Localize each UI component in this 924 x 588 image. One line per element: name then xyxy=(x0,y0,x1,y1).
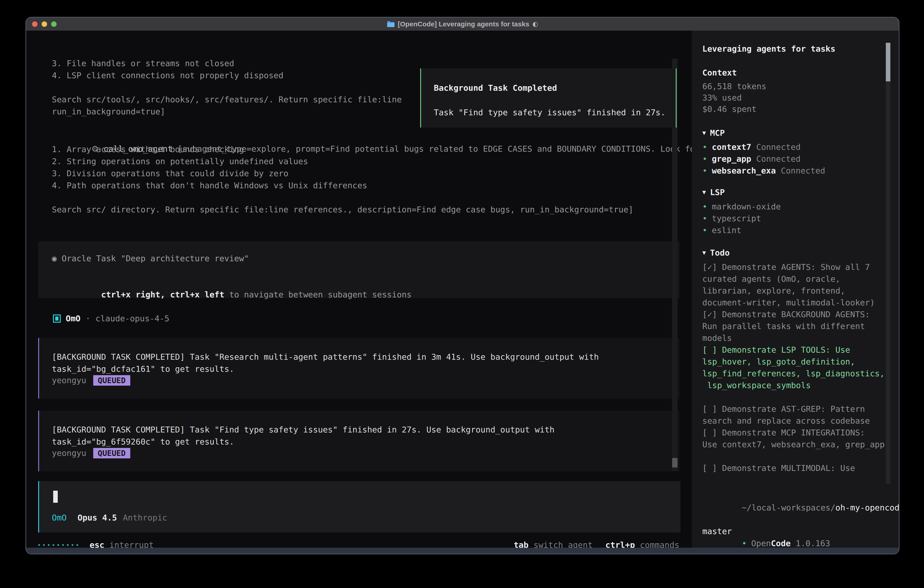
input-model-label: Opus 4.5 xyxy=(78,513,117,522)
oracle-hint-text: to navigate between subagent sessions xyxy=(224,290,412,299)
terminal-main-pane[interactable]: 3. File handles or streams not closed 4.… xyxy=(26,31,680,548)
agent-separator: · xyxy=(86,314,91,323)
notification-body: Task "Find type safety issues" finished … xyxy=(434,106,665,119)
session-title: Leveraging agents for tasks xyxy=(702,44,835,53)
agent-model: claude-opus-4-5 xyxy=(96,314,169,323)
context-stats: 66,518 tokens 33% used $0.46 spent xyxy=(702,81,766,115)
traffic-lights xyxy=(32,21,57,27)
folder-icon xyxy=(387,21,395,27)
tool-call-body: 1. Array access without bounds checking … xyxy=(52,143,634,216)
input-footer: OmO Opus 4.5 Anthropic xyxy=(52,512,167,524)
text-cursor xyxy=(53,491,58,503)
session-indicator-icon: ◐ xyxy=(533,20,538,28)
input-provider-label: Anthropic xyxy=(123,513,167,522)
message-footer: yeongyu QUEUED xyxy=(52,447,130,459)
status-dot-icon: • xyxy=(702,226,707,235)
agent-name: OmO xyxy=(66,314,81,323)
sidebar-scrollbar-thumb[interactable] xyxy=(886,43,890,81)
agent-header: OmO · claude-opus-4-5 xyxy=(53,312,169,324)
mcp-item: •websearch_exaConnected xyxy=(702,165,825,177)
oracle-task-hint: ctrl+x right, ctrl+x left to navigate be… xyxy=(52,276,411,313)
notification-title: Background Task Completed xyxy=(434,82,557,94)
chevron-down-icon: ▼ xyxy=(702,249,706,256)
mcp-item: •grep_appConnected xyxy=(702,153,825,165)
context-header: Context xyxy=(702,68,737,77)
todo-item: [✓] Demonstrate AGENTS: Show all 7 curat… xyxy=(702,261,884,309)
status-dot-icon: • xyxy=(702,166,707,175)
oracle-task-box: ◉ Oracle Task "Deep architecture review"… xyxy=(38,241,679,298)
window-bottom-edge xyxy=(26,548,899,554)
window-title: [OpenCode] Leveraging agents for tasks ◐ xyxy=(387,20,538,28)
message-line1: [BACKGROUND TASK COMPLETED] Task "Find t… xyxy=(52,424,554,436)
status-badge: QUEUED xyxy=(93,375,130,386)
mcp-list: •context7Connected •grep_appConnected •w… xyxy=(702,141,825,177)
todo-list: [✓] Demonstrate AGENTS: Show all 7 curat… xyxy=(702,261,884,474)
message-line2: task_id="bg_6f59260c" to get results. xyxy=(52,436,234,448)
mcp-section-header[interactable]: ▼MCP xyxy=(702,128,725,137)
chevron-down-icon: ▼ xyxy=(702,129,706,136)
desktop: [OpenCode] Leveraging agents for tasks ◐… xyxy=(0,0,924,588)
sidebar: Leveraging agents for tasks Context 66,5… xyxy=(692,31,899,548)
message-user: yeongyu xyxy=(52,448,86,458)
lsp-item: •markdown-oxide xyxy=(702,201,781,213)
oracle-hint-keys: ctrl+x right, ctrl+x left xyxy=(101,290,224,299)
status-badge: QUEUED xyxy=(93,448,130,458)
message-user: yeongyu xyxy=(52,376,86,385)
todo-item: [ ] Demonstrate AST-GREP: Pattern search… xyxy=(702,403,884,427)
main-scrollbar-thumb[interactable] xyxy=(672,458,678,467)
chevron-down-icon: ▼ xyxy=(702,189,706,195)
opencode-window: [OpenCode] Leveraging agents for tasks ◐… xyxy=(25,17,899,554)
oracle-task-title: ◉ Oracle Task "Deep architecture review" xyxy=(52,253,249,264)
input-agent-label: OmO xyxy=(52,513,67,522)
message-line1: [BACKGROUND TASK COMPLETED] Task "Resear… xyxy=(52,351,599,363)
lsp-section-header[interactable]: ▼LSP xyxy=(702,188,725,197)
status-dot-icon: • xyxy=(702,214,707,223)
todo-item: [ ] Demonstrate MULTIMODAL: Use xyxy=(702,462,884,474)
status-dot-icon: • xyxy=(742,538,747,548)
spinner-dots-icon xyxy=(38,544,78,546)
titlebar[interactable]: [OpenCode] Leveraging agents for tasks ◐ xyxy=(26,18,899,31)
prompt-input[interactable]: OmO Opus 4.5 Anthropic xyxy=(38,481,680,532)
lsp-item: •typescript xyxy=(702,213,781,225)
background-task-message-2: [BACKGROUND TASK COMPLETED] Task "Find t… xyxy=(38,411,679,471)
todo-item: [✓] Demonstrate BACKGROUND AGENTS: Run p… xyxy=(702,309,884,344)
status-dot-icon: • xyxy=(702,142,707,152)
background-task-message-1: [BACKGROUND TASK COMPLETED] Task "Resear… xyxy=(38,338,679,399)
mcp-item: •context7Connected xyxy=(702,141,825,153)
maximize-button[interactable] xyxy=(51,21,57,27)
todo-item: [ ] Demonstrate MCP INTEGRATIONS: Use co… xyxy=(702,427,884,451)
message-line2: task_id="bg_dcfac161" to get results. xyxy=(52,363,234,375)
status-dot-icon: • xyxy=(702,202,707,211)
agent-checkbox-icon xyxy=(53,314,61,323)
minimize-button[interactable] xyxy=(41,21,47,27)
lsp-item: •eslint xyxy=(702,225,781,236)
toast-notification: Background Task Completed Task "Find typ… xyxy=(420,68,676,127)
status-dot-icon: • xyxy=(702,154,707,164)
todo-item: [ ] Demonstrate LSP TOOLS: Use lsp_hover… xyxy=(702,344,884,391)
sidebar-scrollbar-track[interactable] xyxy=(886,43,890,484)
close-button[interactable] xyxy=(32,21,38,27)
todo-section-header[interactable]: ▼Todo xyxy=(702,248,729,258)
scrollback-text: 3. File handles or streams not closed 4.… xyxy=(52,57,402,117)
message-footer: yeongyu QUEUED xyxy=(52,374,130,386)
window-title-text: [OpenCode] Leveraging agents for tasks xyxy=(398,20,529,28)
lsp-list: •markdown-oxide •typescript •eslint xyxy=(702,201,781,236)
